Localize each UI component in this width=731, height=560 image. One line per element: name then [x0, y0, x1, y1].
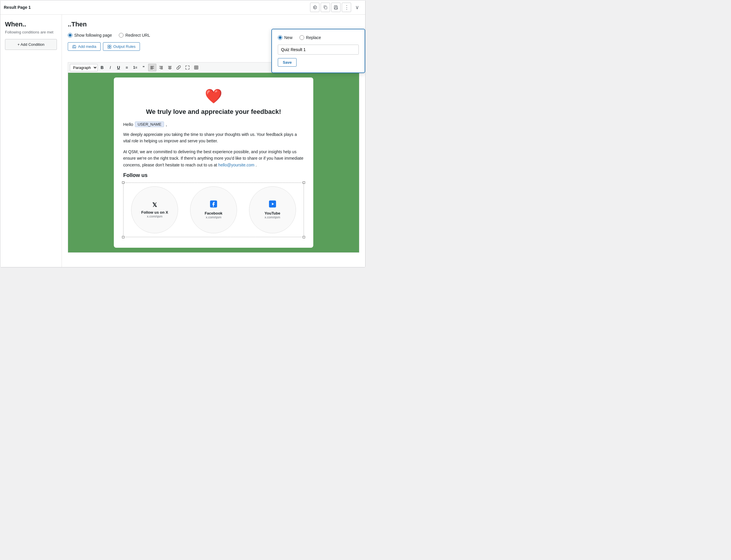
- svg-rect-5: [108, 45, 109, 46]
- editor-content-area[interactable]: ❤️ We truly love and appreciate your fee…: [68, 72, 360, 253]
- svg-rect-2: [335, 8, 337, 9]
- ordered-list-button[interactable]: 1≡: [131, 64, 139, 71]
- popup-box: New Replace Save: [271, 29, 365, 73]
- table-button[interactable]: [192, 64, 200, 71]
- popup-radio-group: New Replace: [278, 35, 359, 40]
- show-following-page-option[interactable]: Show following page: [68, 33, 112, 38]
- add-media-icon: [72, 45, 76, 49]
- add-condition-button[interactable]: + Add Condition: [5, 39, 57, 50]
- redirect-url-label: Redirect URL: [125, 33, 150, 38]
- social-handles: 𝕏 Follow us on X x.com/qsm Facebook: [127, 186, 300, 233]
- popup-replace-radio[interactable]: [300, 35, 304, 40]
- align-center-icon: [168, 65, 172, 70]
- add-media-button[interactable]: Add media: [68, 42, 101, 51]
- popup-replace-option[interactable]: Replace: [300, 35, 321, 40]
- output-rules-button[interactable]: Output Rules: [103, 42, 140, 51]
- header-actions: ⋮ ∨: [310, 3, 362, 12]
- hello-text: Hello: [123, 122, 133, 127]
- save-button[interactable]: [331, 3, 341, 12]
- follow-heading: Follow us: [123, 172, 304, 178]
- svg-rect-1: [335, 6, 337, 7]
- right-panel: New Replace Save ..Then Show fol: [62, 15, 365, 267]
- svg-rect-8: [110, 47, 111, 48]
- page-title: Result Page 1: [4, 5, 31, 10]
- redirect-url-option[interactable]: Redirect URL: [119, 33, 150, 38]
- email-link[interactable]: hello@yoursite.com: [218, 163, 254, 167]
- svg-rect-21: [195, 66, 198, 69]
- facebook-url: x.com/qsm: [206, 215, 221, 219]
- align-center-button[interactable]: [166, 64, 174, 71]
- card-heading: We truly love and appreciate your feedba…: [123, 108, 304, 116]
- collapse-button[interactable]: ∨: [352, 3, 362, 12]
- social-container: 𝕏 Follow us on X x.com/qsm Facebook: [123, 183, 304, 237]
- facebook-icon: [210, 200, 217, 209]
- link-icon: [177, 65, 181, 70]
- duplicate-button[interactable]: [321, 3, 330, 12]
- social-facebook: Facebook x.com/qsm: [190, 186, 237, 233]
- fullscreen-button[interactable]: [183, 64, 192, 71]
- youtube-url: x.com/qsm: [265, 215, 280, 219]
- paragraph-1: We deeply appreciate you taking the time…: [123, 131, 304, 144]
- show-page-radio[interactable]: [68, 33, 72, 38]
- para2-prefix: At QSM, we are committed to delivering t…: [123, 149, 303, 167]
- heart-emoji: ❤️: [123, 88, 304, 104]
- settings-button[interactable]: [310, 3, 320, 12]
- social-grid: 𝕏 Follow us on X x.com/qsm Facebook: [123, 183, 304, 237]
- x-name: Follow us on X: [141, 210, 168, 215]
- username-tag: USER_NAME: [135, 122, 164, 127]
- social-youtube: YouTube x.com/qsm: [249, 186, 296, 233]
- chevron-down-icon: ∨: [355, 4, 359, 11]
- youtube-icon: [269, 200, 276, 209]
- align-right-button[interactable]: [157, 64, 165, 71]
- table-icon: [194, 65, 198, 70]
- popup-new-option[interactable]: New: [278, 35, 293, 40]
- x-url: x.com/qsm: [147, 215, 163, 218]
- facebook-name: Facebook: [205, 211, 223, 215]
- paragraph-2: At QSM, we are committed to delivering t…: [123, 149, 304, 168]
- svg-rect-6: [110, 45, 111, 46]
- when-title: When..: [5, 21, 57, 28]
- left-panel: When.. Following conditions are met + Ad…: [0, 15, 62, 267]
- youtube-name: YouTube: [265, 211, 281, 215]
- blockquote-button[interactable]: ": [140, 64, 148, 71]
- show-page-label: Show following page: [74, 33, 112, 38]
- bullet-list-button[interactable]: ≡: [123, 64, 131, 71]
- more-options-button[interactable]: ⋮: [342, 3, 351, 12]
- fullscreen-icon: [185, 65, 190, 70]
- align-left-icon: [150, 65, 154, 70]
- italic-button[interactable]: I: [107, 64, 114, 71]
- output-rules-icon: [107, 45, 112, 49]
- popup-new-label: New: [284, 35, 293, 40]
- conditions-label: Following conditions are met: [5, 30, 57, 34]
- bold-button[interactable]: B: [98, 64, 106, 71]
- add-media-label: Add media: [78, 44, 96, 49]
- content-card: ❤️ We truly love and appreciate your fee…: [114, 77, 313, 248]
- comma-text: ,: [166, 122, 167, 127]
- hello-line: Hello USER_NAME ,: [123, 122, 304, 127]
- para2-suffix: .: [256, 163, 257, 167]
- svg-rect-0: [325, 7, 327, 9]
- align-right-icon: [159, 65, 163, 70]
- align-left-button[interactable]: [148, 64, 156, 71]
- svg-rect-7: [108, 47, 109, 48]
- redirect-url-radio[interactable]: [119, 33, 124, 38]
- save-popup: New Replace Save: [271, 29, 365, 73]
- dots-icon: ⋮: [344, 4, 349, 11]
- popup-save-button[interactable]: Save: [278, 58, 297, 67]
- popup-name-input[interactable]: [278, 45, 359, 55]
- link-button[interactable]: [175, 64, 183, 71]
- popup-new-radio[interactable]: [278, 35, 283, 40]
- popup-replace-label: Replace: [306, 35, 321, 40]
- x-icon: 𝕏: [152, 201, 157, 208]
- underline-button[interactable]: U: [115, 64, 122, 71]
- output-rules-label: Output Rules: [113, 44, 136, 49]
- then-title: ..Then: [68, 21, 360, 28]
- paragraph-select[interactable]: Paragraph: [70, 64, 98, 71]
- social-x: 𝕏 Follow us on X x.com/qsm: [131, 186, 178, 233]
